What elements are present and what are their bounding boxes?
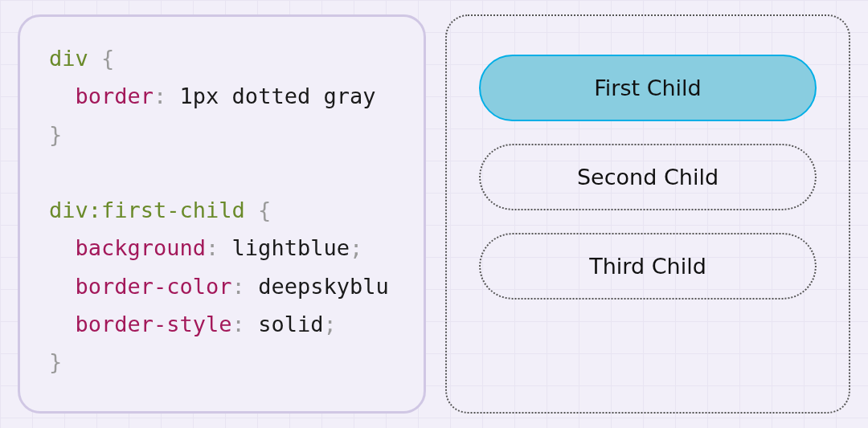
semicolon: ; (323, 312, 336, 336)
colon: : (232, 312, 245, 336)
value-border-color: deepskyblu (258, 274, 389, 299)
value-border-style: solid (258, 312, 323, 336)
selector-div-first-child: div:first-child (49, 198, 245, 222)
third-child-label: Third Child (589, 254, 706, 279)
value-border: 1px dotted gray (180, 84, 376, 108)
brace-close: } (49, 122, 62, 147)
property-background: background (76, 235, 207, 260)
first-child-label: First Child (594, 75, 702, 100)
first-child-box: First Child (479, 55, 817, 121)
semicolon: ; (350, 235, 362, 260)
colon: : (232, 274, 245, 299)
selector-div: div (49, 46, 88, 71)
brace-close: } (49, 349, 62, 374)
property-border-color: border-color (76, 274, 232, 299)
property-border: border (76, 84, 154, 108)
colon: : (154, 84, 166, 108)
third-child-box: Third Child (479, 233, 817, 300)
value-background: lightblue (232, 235, 350, 260)
colon: : (206, 235, 219, 260)
property-border-style: border-style (76, 312, 232, 336)
demo-output-panel: First Child Second Child Third Child (445, 14, 850, 414)
brace-open: { (258, 198, 271, 222)
second-child-label: Second Child (577, 165, 719, 190)
css-code-panel: div { border: 1px dotted gray } div:firs… (18, 14, 426, 414)
brace-open: { (101, 46, 114, 71)
second-child-box: Second Child (479, 144, 817, 210)
